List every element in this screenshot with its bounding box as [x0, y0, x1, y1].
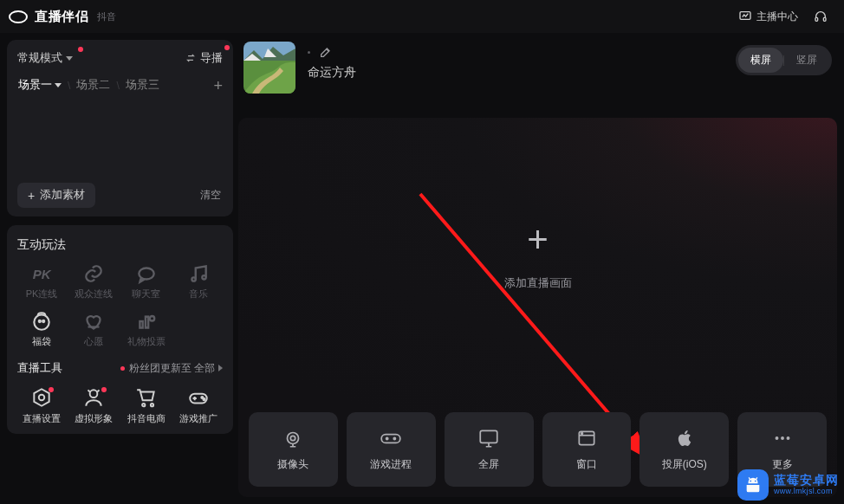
director-button[interactable]: 导播 — [185, 50, 223, 66]
app-name: 直播伴侣 — [35, 9, 88, 25]
orientation-toggle: 横屏 竖屏 — [736, 45, 832, 75]
svg-point-10 — [149, 316, 153, 320]
add-source-button[interactable]: + 添加素材 — [17, 183, 95, 208]
wish-icon — [82, 313, 105, 330]
link-icon — [82, 265, 105, 282]
interaction-panel: 互动玩法 PK PK连线 观众连线 聊天室 — [7, 225, 233, 434]
svg-point-28 — [581, 432, 583, 434]
red-dot-icon — [120, 366, 125, 371]
scene-tab-3[interactable]: 场景三 — [125, 76, 160, 94]
svg-point-24 — [386, 437, 388, 439]
svg-point-31 — [786, 436, 789, 440]
mode-label: 常规模式 — [17, 50, 62, 66]
dot-icon — [308, 51, 310, 54]
red-dot-icon — [78, 47, 83, 52]
headset-button[interactable] — [814, 10, 832, 23]
music-icon — [187, 265, 210, 282]
source-fullscreen[interactable]: 全屏 — [445, 412, 534, 487]
host-center-button[interactable]: 主播中心 — [738, 10, 798, 24]
red-dot-icon — [101, 387, 107, 392]
svg-point-25 — [393, 437, 395, 439]
tools-update-label: 粉丝团更新至 全部 — [129, 362, 215, 375]
svg-point-21 — [288, 432, 299, 443]
tool-avatar[interactable]: 虚拟形象 — [69, 388, 118, 425]
host-center-label: 主播中心 — [756, 10, 798, 24]
svg-point-32 — [750, 481, 751, 482]
interact-title: 互动玩法 — [17, 237, 223, 253]
svg-point-33 — [755, 481, 756, 482]
add-source-label: 添加素材 — [40, 188, 85, 203]
camera-icon — [282, 428, 304, 449]
main-area: 命运方舟 横屏 竖屏 + 添加直播画面 — [238, 33, 844, 504]
tools-title: 直播工具 — [17, 360, 62, 376]
tool-ecommerce[interactable]: 抖音电商 — [122, 388, 171, 425]
apple-icon — [673, 428, 696, 449]
window-icon — [575, 428, 598, 449]
widget-lucky-bag[interactable]: 福袋 — [17, 313, 66, 348]
watermark-url: www.lmkjsl.com — [774, 488, 839, 496]
source-window[interactable]: 窗口 — [542, 412, 632, 487]
director-label: 导播 — [200, 50, 223, 66]
add-scene-button[interactable]: + — [213, 78, 223, 94]
tool-stream-settings[interactable]: 直播设置 — [17, 388, 66, 425]
widget-audience-link[interactable]: 观众连线 — [69, 265, 118, 300]
widget-music[interactable]: 音乐 — [174, 265, 223, 300]
widget-chatroom[interactable]: 聊天室 — [122, 265, 171, 300]
svg-point-12 — [90, 390, 98, 397]
app-brand: 抖音 — [97, 10, 116, 23]
swap-icon — [185, 52, 197, 64]
svg-point-14 — [151, 404, 153, 406]
svg-point-22 — [291, 436, 295, 440]
clear-button[interactable]: 清空 — [200, 188, 223, 203]
svg-point-3 — [192, 277, 195, 281]
canvas-area: + 添加直播画面 摄像头 游戏进程 — [238, 118, 837, 497]
svg-point-5 — [34, 314, 49, 329]
tool-game-promo[interactable]: 游戏推广 — [174, 388, 223, 425]
poll-icon — [135, 313, 158, 330]
gamepad-icon — [380, 428, 402, 449]
svg-rect-1 — [815, 17, 818, 21]
mode-selector[interactable]: 常规模式 — [17, 50, 73, 66]
svg-rect-23 — [381, 434, 400, 443]
scene-tab-1[interactable]: 场景一 — [17, 76, 62, 94]
widget-pk[interactable]: PK PK连线 — [17, 265, 66, 300]
svg-point-13 — [142, 404, 145, 406]
app-logo-icon — [9, 10, 28, 23]
edit-icon[interactable] — [319, 45, 333, 59]
orientation-vertical[interactable]: 竖屏 — [784, 48, 829, 73]
svg-point-4 — [202, 275, 205, 279]
gamepad-icon — [187, 388, 210, 407]
cart-icon — [135, 388, 158, 407]
svg-rect-8 — [140, 321, 142, 328]
svg-point-29 — [775, 436, 778, 440]
svg-rect-9 — [146, 317, 148, 328]
svg-point-17 — [203, 398, 205, 400]
svg-point-7 — [42, 320, 44, 322]
tools-update-link[interactable]: 粉丝团更新至 全部 — [120, 362, 223, 375]
add-canvas-button[interactable]: + 添加直播画面 — [504, 222, 572, 291]
monitor-icon — [477, 428, 500, 449]
orientation-horizontal[interactable]: 横屏 — [738, 48, 783, 73]
chevron-down-icon — [55, 83, 62, 87]
scene-tabs: 场景一 \ 场景二 \ 场景三 + — [17, 76, 223, 94]
chat-icon — [135, 265, 158, 282]
scene-tab-2[interactable]: 场景二 — [75, 76, 111, 94]
chevron-down-icon — [66, 56, 73, 61]
sidebar: 常规模式 导播 场景一 \ 场景二 — [0, 33, 238, 504]
stream-thumbnail[interactable] — [243, 42, 295, 94]
widget-wish[interactable]: 心愿 — [69, 313, 118, 348]
stream-name: 命运方舟 — [308, 65, 356, 81]
svg-rect-2 — [823, 17, 826, 21]
svg-point-6 — [39, 320, 41, 322]
svg-point-11 — [39, 395, 45, 401]
source-airplay[interactable]: 投屏(iOS) — [639, 412, 729, 487]
red-dot-icon — [224, 45, 230, 50]
source-camera[interactable]: 摄像头 — [249, 412, 338, 487]
monitor-icon — [738, 10, 752, 23]
more-icon — [771, 428, 794, 449]
widget-gift-vote[interactable]: 礼物投票 — [122, 313, 171, 348]
svg-rect-26 — [480, 430, 497, 443]
source-game[interactable]: 游戏进程 — [347, 412, 436, 487]
watermark-title: 蓝莓安卓网 — [774, 474, 839, 487]
pk-icon: PK — [30, 265, 53, 282]
